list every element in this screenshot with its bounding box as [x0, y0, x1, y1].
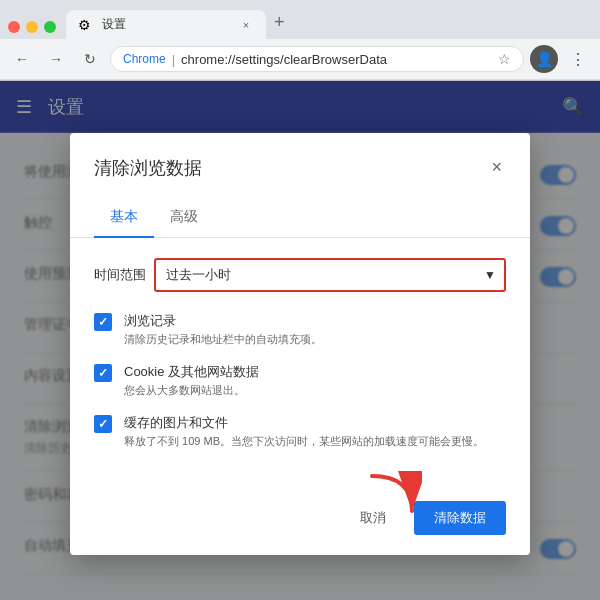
minimize-button[interactable]	[26, 21, 38, 33]
tab-basic[interactable]: 基本	[94, 198, 154, 238]
checkbox-desc: 释放了不到 109 MB。当您下次访问时，某些网站的加载速度可能会更慢。	[124, 434, 506, 449]
checkbox-input-browsing-history[interactable]: ✓	[94, 313, 112, 331]
tab-title: 设置	[102, 16, 230, 33]
modal-close-button[interactable]: ×	[487, 153, 506, 182]
active-tab[interactable]: ⚙ 设置 ×	[66, 10, 266, 39]
bookmark-icon[interactable]: ☆	[498, 51, 511, 67]
modal-footer: 取消 清除数据	[70, 485, 530, 555]
checkbox-content: Cookie 及其他网站数据 您会从大多数网站退出。	[124, 363, 506, 398]
modal-body: 时间范围 过去一小时 ▼ ✓ 浏览记录 清除历史记录和地址栏中的自动填充项。	[70, 238, 530, 485]
chrome-menu-button[interactable]: ⋮	[564, 45, 592, 73]
checkmark-icon: ✓	[98, 366, 108, 380]
tab-bar: ⚙ 设置 × +	[0, 0, 600, 39]
checkbox-title: 缓存的图片和文件	[124, 414, 506, 432]
arrow-indicator	[362, 471, 422, 525]
settings-page: ☰ 设置 🔍 将使用浏览器共享信息帮助系统自动提升自动发送给 Google 触控…	[0, 81, 600, 600]
clear-browser-data-modal: 清除浏览数据 × 基本 高级 时间范围 过去一小时 ▼	[70, 133, 530, 555]
account-icon: 👤	[536, 51, 553, 67]
checkbox-cookies: ✓ Cookie 及其他网站数据 您会从大多数网站退出。	[94, 363, 506, 398]
address-text: chrome://settings/clearBrowserData	[181, 52, 492, 67]
confirm-clear-button[interactable]: 清除数据	[414, 501, 506, 535]
time-range-label: 时间范围	[94, 266, 146, 284]
time-range-select-wrapper[interactable]: 过去一小时 ▼	[154, 258, 506, 292]
toolbar: ← → ↻ Chrome | chrome://settings/clearBr…	[0, 39, 600, 80]
tab-advanced[interactable]: 高级	[154, 198, 214, 238]
checkbox-desc: 您会从大多数网站退出。	[124, 383, 506, 398]
dropdown-arrow-icon: ▼	[476, 262, 504, 288]
checkbox-input-cache[interactable]: ✓	[94, 415, 112, 433]
address-bar[interactable]: Chrome | chrome://settings/clearBrowserD…	[110, 46, 524, 72]
back-button[interactable]: ←	[8, 45, 36, 73]
window-controls	[8, 21, 56, 39]
checkbox-input-cookies[interactable]: ✓	[94, 364, 112, 382]
account-button[interactable]: 👤	[530, 45, 558, 73]
checkbox-content: 浏览记录 清除历史记录和地址栏中的自动填充项。	[124, 312, 506, 347]
browser-chrome: ⚙ 设置 × + ← → ↻ Chrome | chrome://setting…	[0, 0, 600, 81]
maximize-button[interactable]	[44, 21, 56, 33]
checkbox-content: 缓存的图片和文件 释放了不到 109 MB。当您下次访问时，某些网站的加载速度可…	[124, 414, 506, 449]
modal-header: 清除浏览数据 ×	[70, 133, 530, 182]
checkbox-desc: 清除历史记录和地址栏中的自动填充项。	[124, 332, 506, 347]
checkmark-icon: ✓	[98, 417, 108, 431]
checkbox-title: Cookie 及其他网站数据	[124, 363, 506, 381]
reload-button[interactable]: ↻	[76, 45, 104, 73]
tab-favicon-icon: ⚙	[78, 17, 94, 33]
tab-close-button[interactable]: ×	[238, 17, 254, 33]
time-range-row: 时间范围 过去一小时 ▼	[94, 258, 506, 292]
modal-tabs: 基本 高级	[70, 198, 530, 238]
modal-overlay: 清除浏览数据 × 基本 高级 时间范围 过去一小时 ▼	[0, 81, 600, 600]
close-button[interactable]	[8, 21, 20, 33]
modal-title: 清除浏览数据	[94, 156, 202, 180]
checkbox-title: 浏览记录	[124, 312, 506, 330]
checkbox-cache: ✓ 缓存的图片和文件 释放了不到 109 MB。当您下次访问时，某些网站的加载速…	[94, 414, 506, 449]
time-range-value: 过去一小时	[156, 260, 476, 290]
chrome-icon: Chrome	[123, 52, 166, 66]
checkbox-browsing-history: ✓ 浏览记录 清除历史记录和地址栏中的自动填充项。	[94, 312, 506, 347]
new-tab-button[interactable]: +	[266, 8, 293, 37]
forward-button[interactable]: →	[42, 45, 70, 73]
address-separator: |	[172, 52, 175, 67]
checkmark-icon: ✓	[98, 315, 108, 329]
